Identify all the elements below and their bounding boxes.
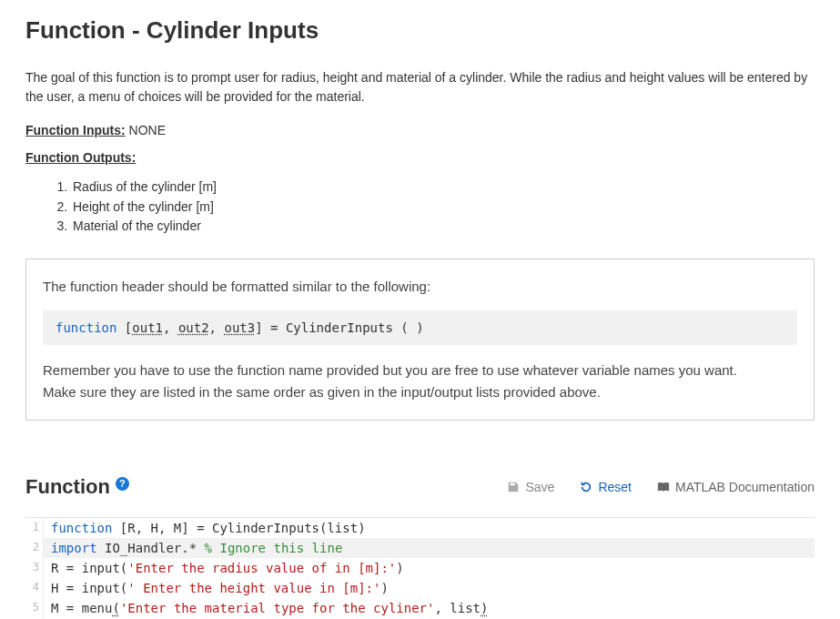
line-number: 1 [25, 518, 44, 538]
function-outputs-list: Radius of the cylinder [m] Height of the… [25, 178, 815, 237]
list-item: Radius of the cylinder [m] [71, 178, 815, 198]
function-inputs-label: Function Inputs: [25, 123, 126, 137]
code-line[interactable]: import IO_Handler.* % Ignore this line [44, 538, 815, 558]
line-number: 2 [25, 538, 44, 558]
line-number: 5 [25, 598, 44, 618]
page-title: Function - Cylinder Inputs [25, 16, 815, 45]
hint-rest-1: Remember you have to use the function na… [43, 360, 797, 381]
function-inputs-line: Function Inputs: NONE [25, 123, 815, 137]
editor-toolbar: Save Reset MATLAB Documentation [507, 480, 815, 494]
hint-code: function [out1, out2, out3] = CylinderIn… [43, 310, 797, 345]
line-number: 4 [25, 578, 44, 598]
section-title: Function ? [25, 475, 129, 499]
code-line[interactable]: H = input(' Enter the height value in [m… [44, 578, 815, 598]
save-button[interactable]: Save [507, 480, 554, 494]
code-line[interactable]: function [R, H, M] = CylinderInputs(list… [44, 518, 815, 538]
line-number: 3 [25, 558, 44, 578]
reset-icon [580, 481, 592, 493]
reset-button[interactable]: Reset [580, 480, 632, 494]
save-icon [507, 481, 520, 493]
intro-paragraph: The goal of this function is to prompt u… [25, 68, 815, 107]
code-line[interactable]: M = menu('Enter the material type for th… [44, 598, 815, 618]
book-icon [657, 481, 670, 493]
hint-box: The function header should be formatted … [25, 259, 815, 421]
function-outputs-label: Function Outputs: [25, 150, 815, 165]
code-editor[interactable]: 1function [R, H, M] = CylinderInputs(lis… [25, 517, 815, 619]
hint-rest-2: Make sure they are listed in the same or… [43, 381, 797, 403]
list-item: Height of the cylinder [m] [71, 198, 815, 218]
function-inputs-value: NONE [126, 123, 166, 137]
list-item: Material of the cylinder [71, 217, 815, 237]
help-icon[interactable]: ? [116, 477, 129, 491]
code-line[interactable]: R = input('Enter the radius value of in … [44, 558, 815, 578]
hint-intro: The function header should be formatted … [43, 276, 797, 298]
matlab-docs-link[interactable]: MATLAB Documentation [657, 480, 815, 494]
